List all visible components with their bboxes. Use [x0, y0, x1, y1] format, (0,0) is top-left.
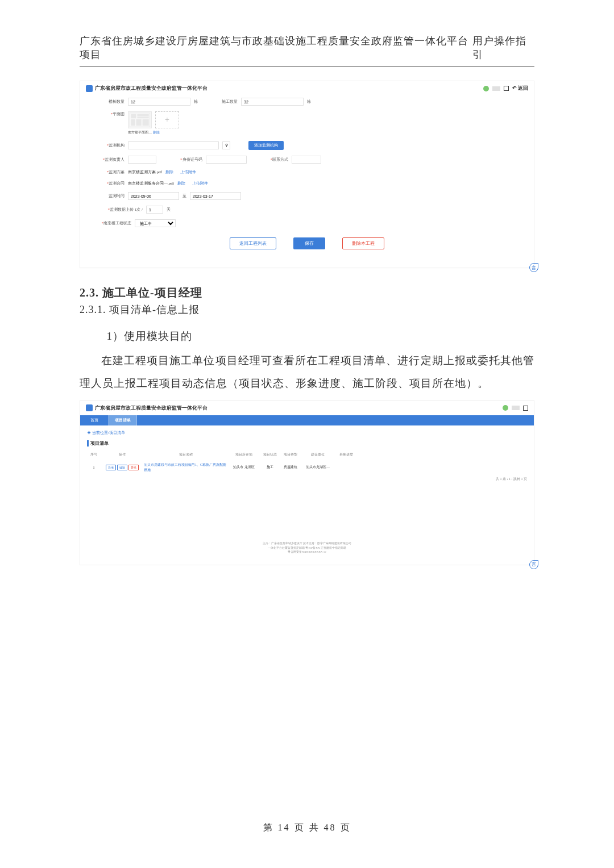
row-project-name[interactable]: 汕头市房建领与市政工程项目编号1、C栋新厂房及配套设施	[144, 462, 228, 473]
platform-title-2: 广东省房屋市政工程质量安全政府监管一体化平台	[95, 404, 208, 412]
delete-project-button[interactable]: 删除本工程	[342, 237, 384, 249]
svg-rect-1	[131, 114, 136, 118]
monitor-contract-upload[interactable]: 上传附件	[192, 181, 208, 186]
monitor-contract-delete[interactable]: 删除	[177, 181, 185, 186]
building-count-label: 楼栋数量	[97, 99, 125, 105]
id-number-input[interactable]	[206, 156, 247, 164]
header-left: 广东省住房城乡建设厅房屋建筑与市政基础设施工程质量安全政府监管一体化平台项目	[80, 34, 472, 61]
monitor-time-label: 监测时间	[97, 193, 125, 199]
monitor-plan-label: *监测方案	[97, 169, 125, 175]
list-section-title: 项目清单	[87, 440, 527, 446]
id-number-label: *身份证号码	[180, 157, 202, 162]
save-button[interactable]: 保存	[293, 237, 325, 249]
platform-title: 广东省房屋市政工程质量安全政府监管一体化平台	[95, 85, 208, 92]
page-number: 第 14 页 共 48 页	[0, 822, 614, 834]
contact-input[interactable]	[292, 156, 321, 164]
screenshot-footer: 主办：广东省住房和城乡建设厅 技术支持：数字广东网络建设有限公司 一体化平台处置…	[80, 541, 534, 554]
monitor-org-label: *监测机构	[97, 143, 125, 148]
floorplan-label: *平面图	[97, 111, 125, 117]
svg-rect-3	[137, 116, 148, 118]
platform-logo-icon-2	[86, 404, 93, 411]
thumbnail-caption: 南方楼平面图… 删除	[128, 130, 179, 135]
header-rule	[80, 66, 534, 66]
monitor-freq-input[interactable]	[146, 206, 163, 214]
add-monitor-org-button[interactable]: 添加监测机构	[248, 141, 284, 150]
svg-rect-4	[131, 119, 135, 126]
pagination[interactable]: 共 1 条 ‹ 1 › 跳转 1 页	[87, 477, 527, 482]
proj-status-select[interactable]: 施工中	[135, 219, 176, 227]
platform-logo-icon	[86, 85, 93, 92]
monitor-plan-delete[interactable]: 删除	[165, 169, 173, 175]
monitor-contract-file[interactable]: 南京楼监测服务合同—.pdf	[128, 181, 174, 186]
svg-rect-5	[136, 119, 142, 126]
doc-header: 广东省住房城乡建设厅房屋建筑与市政基础设施工程质量安全政府监管一体化平台项目 用…	[80, 34, 534, 61]
svg-rect-6	[143, 119, 149, 126]
monitor-person-label: *监测负责人	[97, 157, 125, 162]
svg-rect-2	[137, 114, 148, 116]
corner-tag-icon: 言	[529, 263, 538, 272]
user-name-chip[interactable]	[492, 86, 500, 91]
table-row: 1 详情 编辑 委托 汕头市房建领与市政工程项目编号1、C栋新厂房及配套设施 汕…	[87, 461, 527, 474]
contact-label: *联系方式	[271, 157, 289, 162]
proj-status-label: *南京楼工程状态	[97, 220, 131, 226]
monitor-person-input[interactable]	[128, 156, 156, 164]
search-icon[interactable]: ⚲	[222, 141, 230, 149]
screenshot-project-list: 广东省房屋市政工程质量安全政府监管一体化平台 首页 项目清单 ◈ 当前位置:项目…	[80, 400, 534, 565]
construct-count-label: 施工数量	[222, 99, 238, 105]
row-edit-button[interactable]: 编辑	[117, 465, 127, 470]
back-list-button[interactable]: 返回工程列表	[230, 237, 276, 249]
user-avatar-icon[interactable]	[483, 86, 489, 91]
construct-count-input[interactable]	[241, 98, 304, 106]
section-heading-2-3: 2.3. 施工单位-项目经理	[80, 285, 534, 301]
monitor-org-input[interactable]	[128, 141, 219, 149]
tab-home[interactable]: 首页	[80, 415, 109, 425]
row-detail-button[interactable]: 详情	[106, 465, 116, 470]
row-delegate-button[interactable]: 委托	[128, 465, 139, 470]
user-avatar-icon-2[interactable]	[503, 405, 508, 411]
building-count-input[interactable]	[128, 98, 190, 106]
header-right: 用户操作指引	[472, 34, 534, 61]
user-name-chip-2[interactable]	[512, 406, 520, 410]
screenshot-form: 广东省房屋市政工程质量安全政府监管一体化平台 ↶ 返回 楼栋数量 栋 施工数量 …	[80, 81, 534, 268]
add-floorplan-button[interactable]: +	[155, 111, 179, 128]
section-heading-2-3-1: 2.3.1. 项目清单-信息上报	[80, 303, 534, 316]
corner-tag-icon-2: 言	[529, 560, 538, 569]
monitor-plan-upload[interactable]: 上传附件	[180, 169, 196, 175]
back-button[interactable]: ↶ 返回	[512, 85, 528, 92]
expand-icon-2[interactable]	[523, 406, 528, 411]
monitor-freq-label: *监测数据上传 1次 /	[97, 207, 143, 212]
paragraph-2: 在建工程项目施工单位项目经理可查看所在工程项目清单、进行定期上报或委托其他管理人…	[80, 349, 534, 395]
monitor-plan-file[interactable]: 南京楼监测方案.pdf	[128, 169, 162, 175]
floorplan-thumbnail[interactable]	[128, 111, 152, 128]
paragraph-1: 1）使用模块目的	[80, 326, 534, 347]
thumbnail-delete-link[interactable]: 删除	[153, 131, 160, 134]
table-header-row: 序号 操作 项目名称 项目所在地 项目状态 项目类型 建设单位 形象进度	[87, 451, 527, 458]
expand-icon[interactable]	[504, 86, 509, 91]
breadcrumb: ◈ 当前位置:项目清单	[87, 430, 527, 436]
monitor-contract-label: *监测合同	[97, 181, 125, 186]
start-date-input[interactable]	[128, 192, 179, 200]
tab-project-list[interactable]: 项目清单	[109, 415, 137, 425]
end-date-input[interactable]	[190, 192, 241, 200]
